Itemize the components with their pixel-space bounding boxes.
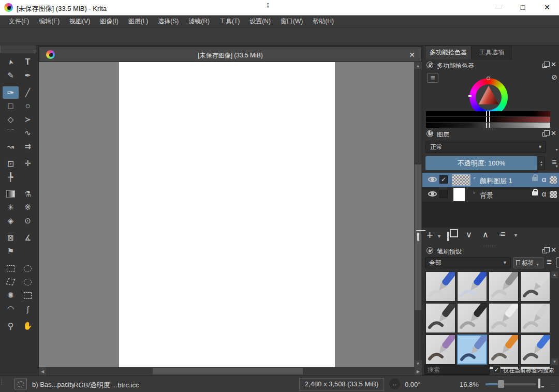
toolbox-drag-handle[interactable] bbox=[0, 46, 36, 53]
delete-layer-icon[interactable] bbox=[417, 233, 419, 241]
layer-lock-icon[interactable] bbox=[532, 191, 538, 195]
panel-lock-icon[interactable] bbox=[426, 62, 433, 68]
maximize-button[interactable]: □ bbox=[511, 0, 535, 15]
layer-checkbox[interactable]: ✓ bbox=[439, 175, 448, 184]
tool-similar-color-selection[interactable]: ✺ bbox=[3, 289, 19, 301]
shade-bar-2[interactable] bbox=[426, 117, 550, 122]
tool-freehand-path[interactable]: ∿ bbox=[20, 127, 36, 139]
brush-preview-button[interactable] bbox=[14, 379, 27, 389]
tool-gradient[interactable] bbox=[3, 188, 19, 200]
float-panel-icon[interactable] bbox=[542, 64, 547, 68]
layer-lock-icon[interactable] bbox=[532, 177, 538, 181]
preset-search-input[interactable] bbox=[424, 365, 490, 375]
brush-preset-paintbrush-purple[interactable] bbox=[425, 335, 455, 365]
menu-file[interactable]: 文件(F) bbox=[4, 16, 34, 27]
layer-name[interactable]: 颜料图层 1 bbox=[480, 176, 512, 186]
layer-row-paint-layer[interactable]: ✓ ⟔ 颜料图层 1 α bbox=[422, 173, 559, 187]
layer-thumbnail[interactable] bbox=[452, 174, 470, 186]
tool-enclose-and-fill[interactable]: ⊙ bbox=[20, 215, 36, 227]
menu-image[interactable]: 图像(I) bbox=[95, 16, 123, 27]
layer-name[interactable]: 背景 bbox=[480, 191, 493, 200]
menu-settings[interactable]: 设置(N) bbox=[245, 16, 275, 27]
menu-view[interactable]: 视图(V) bbox=[65, 16, 95, 27]
hue-ring[interactable] bbox=[469, 78, 508, 116]
zoom-slider-handle[interactable] bbox=[498, 380, 504, 388]
menu-help[interactable]: 帮助(H) bbox=[308, 16, 339, 27]
brush-preset-ink-pen[interactable] bbox=[425, 303, 455, 333]
tool-crop[interactable]: ╄ bbox=[3, 171, 19, 183]
tag-button[interactable]: 标签 ▼ bbox=[513, 257, 543, 268]
float-panel-icon[interactable] bbox=[542, 132, 547, 137]
panel-lock-icon[interactable] bbox=[426, 247, 433, 254]
brush-preset-silver-pen[interactable] bbox=[520, 303, 550, 333]
brush-preset-block-eraser[interactable] bbox=[425, 272, 455, 301]
layer-properties-caret[interactable]: ▼ bbox=[513, 233, 518, 238]
preset-detail-view-icon[interactable]: ⁞ bbox=[556, 258, 559, 267]
subwindow-titlebar[interactable]: [未保存图像] (33.5 MiB) ✕ bbox=[39, 47, 422, 62]
canvas-rotation-icon[interactable]: ↔ bbox=[389, 379, 400, 389]
layer-checkbox[interactable] bbox=[439, 190, 448, 198]
add-layer-caret[interactable]: ▼ bbox=[437, 234, 442, 239]
menu-tools[interactable]: 工具(T) bbox=[215, 16, 244, 27]
subwindow-close-icon[interactable]: ✕ bbox=[409, 51, 415, 59]
tool-edit-shapes[interactable]: ✎ bbox=[3, 69, 19, 82]
tool-zoom[interactable]: ⚲ bbox=[3, 320, 19, 332]
tool-bezier-selection[interactable]: ◠ bbox=[3, 303, 19, 315]
close-panel-icon[interactable]: ✕ bbox=[551, 61, 556, 68]
tool-contiguous-selection[interactable] bbox=[20, 289, 36, 301]
tool-text[interactable]: T bbox=[20, 56, 36, 68]
statusbar-color-profile[interactable]: RGB/透明度 ...btrc.icc bbox=[73, 381, 139, 390]
scroll-left-icon[interactable]: ◀ bbox=[39, 367, 46, 375]
tool-move[interactable]: ✛ bbox=[20, 157, 36, 170]
brush-preset-blue-pencil[interactable] bbox=[520, 335, 550, 365]
layer-alpha-icon[interactable]: α bbox=[542, 175, 546, 184]
tool-fill[interactable]: ◈ bbox=[3, 215, 19, 227]
tool-multibrush[interactable]: ⇉ bbox=[20, 140, 36, 153]
layer-opacity-spinner[interactable]: ▲▼ bbox=[538, 156, 545, 170]
scroll-right-icon[interactable]: ▶ bbox=[415, 367, 422, 375]
minimize-button[interactable]: — bbox=[487, 0, 510, 15]
tool-ellipse[interactable]: ○ bbox=[20, 100, 36, 112]
preset-scroll-down-icon[interactable]: ▼ bbox=[551, 358, 558, 365]
canvas-page[interactable] bbox=[119, 62, 335, 367]
layer-options-icon[interactable]: ≡▼ bbox=[552, 158, 556, 167]
menu-filter[interactable]: 滤镜(R) bbox=[184, 16, 214, 27]
brush-preset-gray-smudge[interactable] bbox=[489, 272, 519, 301]
menu-layer[interactable]: 图层(L) bbox=[124, 16, 153, 27]
statusbar-zoom-value[interactable]: 16.8% bbox=[460, 381, 479, 388]
layer-opacity-slider[interactable]: 不透明度: 100% bbox=[425, 156, 537, 170]
menu-edit[interactable]: 编辑(E) bbox=[34, 16, 64, 27]
tool-rectangle[interactable]: □ bbox=[3, 100, 19, 112]
brush-preset-basic-wet-brush[interactable] bbox=[457, 335, 487, 365]
statusbar-grip[interactable]: ⁞⁞⁞ bbox=[1, 379, 2, 385]
panel-lock-icon[interactable] bbox=[426, 130, 433, 137]
tool-freehand-selection[interactable] bbox=[20, 276, 36, 288]
menu-window[interactable]: 窗口(W) bbox=[276, 16, 307, 27]
brush-preset-black-marker[interactable] bbox=[457, 303, 487, 333]
search-tag-checkbox[interactable]: ✓ bbox=[493, 366, 501, 373]
move-layer-up-icon[interactable]: ∧ bbox=[482, 230, 489, 239]
tab-tool-options[interactable]: 工具选项 bbox=[472, 46, 512, 59]
brush-preset-airbrush-soft[interactable] bbox=[520, 272, 550, 301]
tool-reference-images[interactable]: ⚑ bbox=[3, 245, 19, 258]
preset-scroll-up-icon[interactable]: ▲ bbox=[551, 272, 558, 278]
layer-thumbnail[interactable] bbox=[453, 188, 465, 201]
tool-smart-patch[interactable]: ✳ bbox=[3, 201, 19, 214]
shade-bar-1[interactable] bbox=[426, 111, 550, 116]
tool-freehand-brush[interactable]: ✑ bbox=[3, 86, 19, 99]
scroll-down-icon[interactable]: ▼ bbox=[414, 360, 422, 367]
statusbar-brush-name[interactable]: b) Bas...pacity bbox=[32, 381, 75, 388]
tool-dynamic-brush[interactable]: ↝ bbox=[3, 140, 19, 153]
layer-alpha-icon[interactable]: α bbox=[542, 190, 546, 198]
tool-color-sampler[interactable]: ⚗ bbox=[20, 188, 36, 200]
tool-elliptical-selection[interactable] bbox=[20, 262, 36, 275]
tool-colorize-mask[interactable]: ※ bbox=[20, 201, 36, 214]
close-panel-icon[interactable]: ✕ bbox=[551, 129, 556, 137]
preset-filter-dropdown[interactable]: 全部▼ bbox=[425, 257, 511, 268]
canvas-hscrollbar[interactable]: ◀ ▶ bbox=[39, 367, 422, 375]
zoom-slider-track[interactable] bbox=[486, 383, 536, 385]
tool-measure[interactable]: ∡ bbox=[20, 232, 36, 244]
hscroll-thumb[interactable] bbox=[153, 368, 303, 374]
close-panel-icon[interactable]: ✕ bbox=[551, 246, 556, 254]
selector-settings-icon[interactable]: ≣ bbox=[427, 73, 438, 83]
